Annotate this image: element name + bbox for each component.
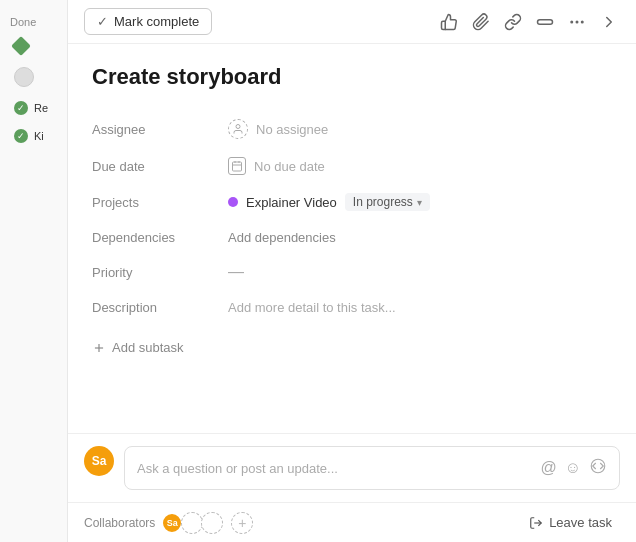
priority-label: Priority bbox=[92, 265, 222, 280]
assignee-row: Assignee No assignee bbox=[92, 110, 612, 148]
project-status-badge[interactable]: In progress ▾ bbox=[345, 193, 430, 211]
task-title: Create storyboard bbox=[92, 64, 612, 90]
due-date-text: No due date bbox=[254, 159, 325, 174]
comment-icons: @ ☺ bbox=[540, 457, 607, 479]
project-name: Explainer Video bbox=[246, 195, 337, 210]
svg-rect-5 bbox=[233, 162, 242, 171]
add-subtask-button[interactable]: Add subtask bbox=[92, 336, 184, 359]
thumbs-up-icon bbox=[440, 13, 458, 31]
leave-task-button[interactable]: Leave task bbox=[521, 511, 620, 534]
collab-avatar-sa: Sa bbox=[161, 512, 183, 534]
description-row: Description Add more detail to this task… bbox=[92, 290, 612, 324]
sidebar-item-review[interactable]: Re bbox=[4, 95, 63, 121]
diamond-icon bbox=[11, 36, 31, 56]
done-section-label: Done bbox=[0, 8, 67, 32]
add-collaborator-button[interactable]: + bbox=[231, 512, 253, 534]
user-avatar-icon bbox=[14, 67, 34, 87]
check-icon: ✓ bbox=[97, 14, 108, 29]
description-placeholder-text: Add more detail to this task... bbox=[228, 300, 396, 315]
description-value[interactable]: Add more detail to this task... bbox=[222, 297, 402, 318]
calendar-icon bbox=[228, 157, 246, 175]
chain-icon bbox=[536, 13, 554, 31]
projects-row: Projects Explainer Video In progress ▾ bbox=[92, 184, 612, 220]
sidebar-item-user[interactable] bbox=[4, 61, 63, 93]
assignee-value[interactable]: No assignee bbox=[222, 116, 334, 142]
toolbar: ✓ Mark complete bbox=[68, 0, 636, 44]
comment-placeholder: Ask a question or post an update... bbox=[137, 461, 540, 476]
priority-dash: — bbox=[228, 263, 244, 281]
collaborators-label: Collaborators bbox=[84, 516, 155, 530]
assignee-icon bbox=[228, 119, 248, 139]
dependencies-value[interactable]: Add dependencies bbox=[222, 227, 342, 248]
due-date-value[interactable]: No due date bbox=[222, 154, 331, 178]
svg-point-2 bbox=[576, 20, 579, 23]
check-done-icon bbox=[14, 101, 28, 115]
add-dependencies-text: Add dependencies bbox=[228, 230, 336, 245]
dependencies-row: Dependencies Add dependencies bbox=[92, 220, 612, 254]
chain-link-button[interactable] bbox=[534, 11, 556, 33]
projects-label: Projects bbox=[92, 195, 222, 210]
due-date-label: Due date bbox=[92, 159, 222, 174]
check-circle-icon bbox=[14, 129, 28, 143]
attach-button[interactable] bbox=[470, 11, 492, 33]
priority-row: Priority — bbox=[92, 254, 612, 290]
link-task-button[interactable] bbox=[502, 11, 524, 33]
sidebar-item-kick[interactable]: Ki bbox=[4, 123, 63, 149]
mark-complete-button[interactable]: ✓ Mark complete bbox=[84, 8, 212, 35]
user-avatar: Sa bbox=[84, 446, 114, 476]
collab-avatars: Sa bbox=[161, 512, 217, 534]
project-color-dot bbox=[228, 197, 238, 207]
svg-point-4 bbox=[236, 125, 240, 129]
add-subtask-label: Add subtask bbox=[112, 340, 184, 355]
project-status-text: In progress bbox=[353, 195, 413, 209]
sidebar: Done Re Ki bbox=[0, 0, 68, 542]
leave-icon bbox=[529, 516, 543, 530]
task-content: Create storyboard Assignee No assignee D… bbox=[68, 44, 636, 433]
sidebar-item-kick-text: Ki bbox=[34, 130, 44, 142]
mark-complete-label: Mark complete bbox=[114, 14, 199, 29]
leave-task-label: Leave task bbox=[549, 515, 612, 530]
priority-value[interactable]: — bbox=[222, 260, 250, 284]
collab-avatar-dashed-1 bbox=[181, 512, 203, 534]
svg-point-3 bbox=[581, 20, 584, 23]
collab-avatar-dashed-2 bbox=[201, 512, 223, 534]
sidebar-item-review-text: Re bbox=[34, 102, 48, 114]
emoji-icon[interactable]: ☺ bbox=[565, 459, 581, 477]
link-icon bbox=[504, 13, 522, 31]
project-value[interactable]: Explainer Video In progress ▾ bbox=[222, 190, 436, 214]
description-label: Description bbox=[92, 300, 222, 315]
assignee-text: No assignee bbox=[256, 122, 328, 137]
assignee-label: Assignee bbox=[92, 122, 222, 137]
dependencies-label: Dependencies bbox=[92, 230, 222, 245]
due-date-row: Due date No due date bbox=[92, 148, 612, 184]
svg-rect-0 bbox=[538, 19, 553, 24]
subtask-section: Add subtask bbox=[92, 324, 612, 367]
toolbar-actions bbox=[438, 11, 620, 33]
collaborators-section: Collaborators Sa + bbox=[84, 512, 253, 534]
mention-icon[interactable]: @ bbox=[540, 459, 556, 477]
main-panel: ✓ Mark complete bbox=[68, 0, 636, 542]
gif-icon[interactable] bbox=[589, 457, 607, 479]
expand-icon bbox=[600, 13, 618, 31]
more-dots-icon bbox=[568, 13, 586, 31]
more-options-button[interactable] bbox=[566, 11, 588, 33]
paperclip-icon bbox=[472, 13, 490, 31]
plus-icon bbox=[92, 341, 106, 355]
svg-point-1 bbox=[570, 20, 573, 23]
footer: Collaborators Sa + Leave task bbox=[68, 502, 636, 542]
like-button[interactable] bbox=[438, 11, 460, 33]
chevron-down-icon: ▾ bbox=[417, 197, 422, 208]
expand-button[interactable] bbox=[598, 11, 620, 33]
comment-input-wrapper[interactable]: Ask a question or post an update... @ ☺ bbox=[124, 446, 620, 490]
comment-area: Sa Ask a question or post an update... @… bbox=[68, 433, 636, 502]
sidebar-item-project[interactable] bbox=[4, 33, 63, 59]
